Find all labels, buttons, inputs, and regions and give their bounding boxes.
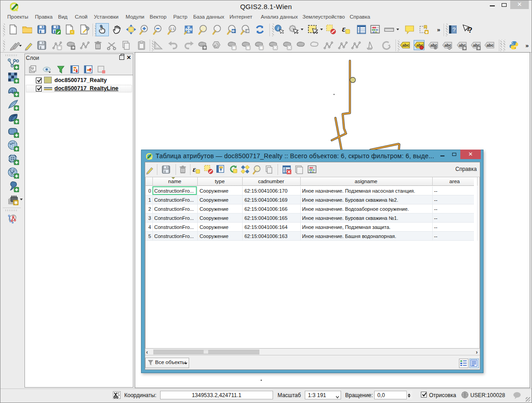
svg-text:abc: abc [402, 43, 410, 48]
svg-text:✱: ✱ [425, 30, 428, 34]
svg-text:1:1: 1:1 [170, 27, 175, 31]
svg-text:?: ? [468, 26, 472, 34]
svg-text:✱: ✱ [58, 46, 61, 50]
svg-text:»: » [437, 26, 440, 33]
svg-text:*: * [71, 30, 73, 35]
svg-text:»: » [525, 42, 528, 49]
svg-text:✱: ✱ [14, 200, 18, 205]
svg-text:✱: ✱ [246, 46, 250, 50]
svg-text:abc: abc [487, 43, 494, 48]
svg-text:ε: ε [193, 165, 196, 174]
svg-text:?: ? [452, 26, 455, 33]
svg-text:✱: ✱ [259, 46, 263, 50]
svg-text:ε: ε [342, 24, 346, 34]
svg-text:✱: ✱ [232, 46, 236, 50]
svg-text:abc: abc [444, 43, 452, 48]
